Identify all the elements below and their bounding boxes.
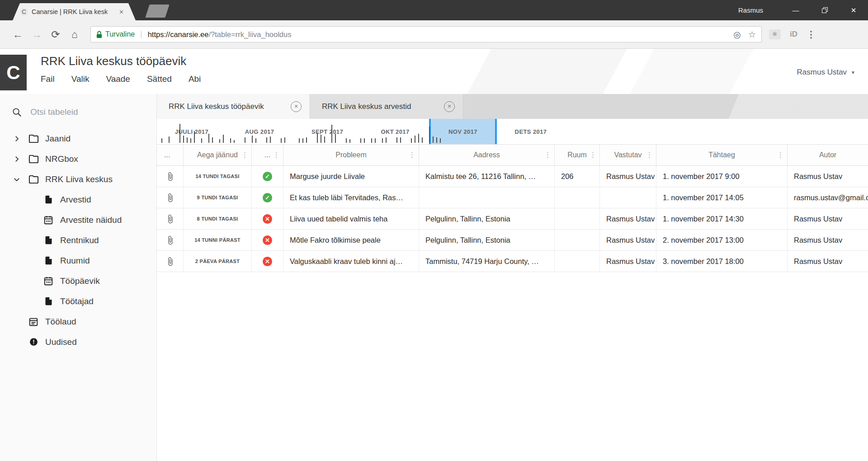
home-button[interactable]: ⌂ bbox=[65, 28, 84, 41]
browser-tab[interactable]: C Canarsie | RRK Liiva kesk ✕ bbox=[13, 3, 136, 20]
table-row[interactable]: 14 TUNDI TAGASI ✓ Marguse juurde Liivale… bbox=[157, 166, 868, 187]
column-menu-icon[interactable]: ⋮ bbox=[241, 151, 248, 159]
deadline-cell[interactable]: 3. november 2017 18:00 bbox=[656, 251, 787, 272]
menu-item[interactable]: Vaade bbox=[106, 74, 130, 84]
room-cell[interactable] bbox=[554, 208, 599, 229]
window-restore-button[interactable] bbox=[810, 0, 839, 20]
author-cell[interactable]: Rasmus Ustav bbox=[787, 166, 868, 187]
extension-star-icon[interactable]: ✱ bbox=[769, 29, 781, 39]
tab-close-button[interactable]: ✕ bbox=[444, 101, 455, 112]
browser-profile-name[interactable]: Rasmus bbox=[738, 6, 763, 14]
document-tab[interactable]: RRK Liiva keskus tööpäevik ✕ bbox=[157, 94, 310, 119]
problem-cell[interactable]: Valguskaabli kraav tuleb kinni aj… bbox=[283, 251, 419, 272]
sidebar-item[interactable]: Töötajad bbox=[0, 291, 156, 311]
chevron-slot[interactable] bbox=[12, 134, 22, 144]
table-row[interactable]: 2 PÄEVA PÄRAST ✕ Valguskaabli kraav tule… bbox=[157, 251, 868, 272]
extension-id-icon[interactable]: iD bbox=[790, 30, 797, 39]
table-row[interactable]: 14 TUNNI PÄRAST ✕ Mõtle Fakro tõlkimise … bbox=[157, 230, 868, 251]
status-cell[interactable]: ✕ bbox=[251, 251, 283, 272]
sidebar-item[interactable]: Jaanid bbox=[0, 128, 156, 149]
column-header[interactable]: ... ⋮ bbox=[157, 145, 183, 165]
sidebar-item[interactable]: Tööpäevik bbox=[0, 271, 156, 291]
problem-cell[interactable]: Et kas tuleb läbi Tervitades, Ras… bbox=[283, 187, 419, 208]
column-menu-icon[interactable]: ⋮ bbox=[273, 151, 280, 159]
author-cell[interactable]: Rasmus Ustav bbox=[787, 251, 868, 272]
deadline-cell[interactable]: 1. november 2017 14:30 bbox=[656, 208, 787, 229]
column-menu-icon[interactable]: ⋮ bbox=[646, 151, 653, 159]
tab-close-button[interactable]: ✕ bbox=[291, 101, 302, 112]
back-button[interactable]: ← bbox=[8, 28, 27, 41]
assignee-cell[interactable]: Rasmus Ustav bbox=[599, 251, 656, 272]
address-cell[interactable]: Pelgulinn, Tallinn, Estonia bbox=[419, 208, 554, 229]
chevron-slot[interactable] bbox=[12, 317, 22, 327]
assignee-cell[interactable]: Rasmus Ustav bbox=[599, 166, 656, 187]
sidebar-item[interactable]: Uudised bbox=[0, 332, 156, 352]
timeline[interactable]: JUULI 2017AUG 2017SEPT 2017OKT 2017NOV 2… bbox=[157, 119, 868, 145]
table-row[interactable]: 9 TUNDI TAGASI ✓ Et kas tuleb läbi Tervi… bbox=[157, 187, 868, 208]
column-menu-icon[interactable]: ⋮ bbox=[590, 151, 596, 159]
app-logo[interactable]: C bbox=[0, 55, 27, 90]
sidebar-item[interactable]: Arvestite näidud bbox=[0, 210, 156, 230]
column-header[interactable]: Autor ⋮ bbox=[787, 145, 868, 165]
room-cell[interactable] bbox=[554, 187, 599, 208]
column-header[interactable]: ... ⋮ bbox=[251, 145, 283, 165]
send-to-device-icon[interactable]: ◎ bbox=[733, 29, 741, 40]
window-close-button[interactable]: ✕ bbox=[839, 0, 868, 20]
sidebar-item[interactable]: NRGbox bbox=[0, 149, 156, 169]
new-tab-button[interactable] bbox=[145, 5, 169, 18]
window-minimize-button[interactable]: — bbox=[781, 0, 810, 20]
table-row[interactable]: 8 TUNDI TAGASI ✕ Liiva uued tabelid valm… bbox=[157, 208, 868, 230]
problem-cell[interactable]: Liiva uued tabelid valmis teha bbox=[283, 208, 419, 229]
paperclip-icon[interactable] bbox=[165, 235, 175, 245]
address-bar[interactable]: Turvaline | https://canarsie.ee/?table=r… bbox=[90, 26, 762, 42]
browser-tab-close-icon[interactable]: ✕ bbox=[119, 9, 124, 15]
assignee-cell[interactable] bbox=[599, 187, 656, 208]
author-cell[interactable]: Rasmus Ustav bbox=[787, 208, 868, 229]
column-header[interactable]: Aadress ⋮ bbox=[419, 145, 554, 165]
chevron-slot[interactable] bbox=[12, 174, 22, 184]
menu-item[interactable]: Fail bbox=[41, 74, 55, 84]
paperclip-icon[interactable] bbox=[165, 214, 175, 224]
author-cell[interactable]: rasmus.ustav@gmail.com bbox=[787, 187, 868, 208]
menu-item[interactable]: Abi bbox=[189, 74, 201, 84]
column-header[interactable]: Tähtaeg ⋮ bbox=[656, 145, 787, 165]
column-menu-icon[interactable]: ⋮ bbox=[409, 151, 415, 159]
menu-item[interactable]: Valik bbox=[71, 74, 90, 84]
chevron-right-icon[interactable] bbox=[13, 155, 21, 163]
status-cell[interactable]: ✕ bbox=[251, 208, 283, 229]
problem-cell[interactable]: Marguse juurde Liivale bbox=[283, 166, 419, 187]
chevron-down-icon[interactable] bbox=[13, 175, 21, 183]
document-tab[interactable]: RRK Liiva keskus arvestid ✕ bbox=[310, 94, 463, 119]
paperclip-icon[interactable] bbox=[165, 257, 175, 266]
sidebar-item[interactable]: Töölaud bbox=[0, 311, 156, 332]
column-header[interactable]: Probleem ⋮ bbox=[283, 145, 419, 165]
column-menu-icon[interactable]: ⋮ bbox=[544, 151, 551, 159]
forward-button[interactable]: → bbox=[27, 28, 46, 41]
sidebar-item[interactable]: RRK Liiva keskus bbox=[0, 169, 156, 189]
search-input[interactable] bbox=[29, 107, 129, 118]
paperclip-icon[interactable] bbox=[165, 193, 175, 202]
deadline-cell[interactable]: 2. november 2017 13:00 bbox=[656, 230, 787, 250]
account-menu[interactable]: Rasmus Ustav ▼ bbox=[797, 68, 855, 77]
room-cell[interactable] bbox=[554, 251, 599, 272]
sidebar-item[interactable]: Ruumid bbox=[0, 250, 156, 271]
column-header[interactable]: Vastutav ⋮ bbox=[599, 145, 656, 165]
column-menu-icon[interactable]: ⋮ bbox=[777, 151, 784, 159]
assignee-cell[interactable]: Rasmus Ustav bbox=[599, 208, 656, 229]
sidebar-item[interactable]: Rentnikud bbox=[0, 230, 156, 250]
security-chip[interactable]: Turvaline bbox=[96, 30, 135, 38]
chevron-right-icon[interactable] bbox=[13, 135, 21, 143]
assignee-cell[interactable]: Rasmus Ustav bbox=[599, 230, 656, 250]
address-cell[interactable]: Pelgulinn, Tallinn, Estonia bbox=[419, 230, 554, 250]
address-cell[interactable]: Kalmistu tee 26, 11216 Tallinn, … bbox=[419, 166, 554, 187]
deadline-cell[interactable]: 1. november 2017 14:05 bbox=[656, 187, 787, 208]
chevron-slot[interactable] bbox=[12, 154, 22, 164]
problem-cell[interactable]: Mõtle Fakro tõlkimise peale bbox=[283, 230, 419, 250]
sidebar-item[interactable]: Arvestid bbox=[0, 189, 156, 210]
room-cell[interactable]: 206 bbox=[554, 166, 599, 187]
status-cell[interactable]: ✓ bbox=[251, 187, 283, 208]
address-cell[interactable] bbox=[419, 187, 554, 208]
status-cell[interactable]: ✓ bbox=[251, 166, 283, 187]
browser-menu-icon[interactable]: ⋮ bbox=[807, 29, 816, 40]
table-search[interactable] bbox=[0, 102, 156, 122]
